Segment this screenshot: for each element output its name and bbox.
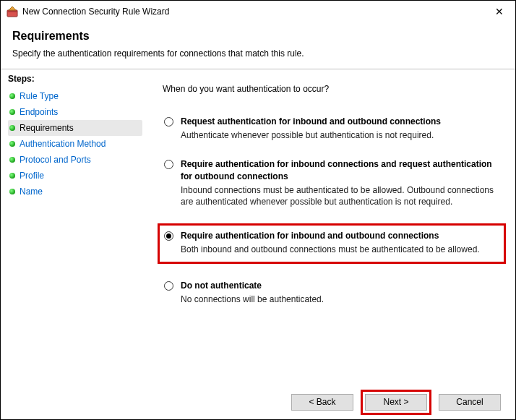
page-header: Requirements Specify the authentication …: [1, 22, 515, 67]
content-area: When do you want authentication to occur…: [142, 69, 515, 385]
step-label: Authentication Method: [20, 139, 106, 149]
step-endpoints[interactable]: Endpoints: [8, 104, 142, 120]
step-bullet-icon: [9, 189, 15, 194]
close-icon: ✕: [495, 6, 504, 17]
step-bullet-icon: [9, 93, 15, 99]
next-button[interactable]: Next >: [365, 394, 427, 411]
step-label: Protocol and Ports: [20, 155, 91, 165]
prompt-text: When do you want authentication to occur…: [163, 84, 501, 94]
step-bullet-icon: [9, 141, 15, 147]
window-title: New Connection Security Rule Wizard: [22, 7, 483, 17]
step-label: Endpoints: [20, 107, 58, 117]
step-authentication-method[interactable]: Authentication Method: [8, 136, 142, 152]
step-label: Requirements: [20, 123, 74, 133]
steps-panel: Steps: Rule Type Endpoints Requirements …: [1, 69, 142, 385]
option-desc: Both inbound and outbound connections mu…: [181, 244, 499, 255]
wizard-footer: < Back Next > Cancel: [1, 385, 515, 419]
step-bullet-icon: [9, 157, 15, 163]
step-profile[interactable]: Profile: [8, 168, 142, 184]
option-desc: No connections will be authenticated.: [181, 293, 499, 305]
option-title: Do not authenticate: [181, 280, 499, 291]
option-do-not-authenticate[interactable]: Do not authenticate No connections will …: [163, 278, 501, 307]
step-bullet-icon: [9, 125, 15, 131]
option-desc: Authenticate whenever possible but authe…: [181, 129, 499, 141]
option-require-inbound-request-outbound[interactable]: Require authentication for inbound conne…: [163, 157, 501, 209]
step-label: Rule Type: [20, 91, 59, 101]
cancel-button[interactable]: Cancel: [439, 394, 501, 411]
next-button-highlight: Next >: [361, 390, 431, 415]
option-desc: Inbound connections must be authenticate…: [181, 184, 499, 207]
step-bullet-icon: [9, 109, 15, 115]
title-bar: New Connection Security Rule Wizard ✕: [1, 1, 515, 22]
step-label: Name: [20, 187, 43, 197]
step-label: Profile: [20, 171, 44, 181]
step-rule-type[interactable]: Rule Type: [8, 88, 142, 104]
radio-icon[interactable]: [164, 231, 173, 241]
option-request-inbound-outbound[interactable]: Request authentication for inbound and o…: [163, 114, 501, 142]
option-title: Require authentication for inbound conne…: [181, 158, 499, 181]
step-name[interactable]: Name: [8, 184, 142, 200]
close-button[interactable]: ✕: [483, 1, 515, 22]
page-title: Requirements: [12, 30, 504, 43]
option-require-inbound-outbound[interactable]: Require authentication for inbound and o…: [158, 223, 506, 263]
step-bullet-icon: [9, 173, 15, 179]
page-subtitle: Specify the authentication requirements …: [12, 48, 504, 59]
wizard-icon: [7, 6, 18, 17]
step-requirements[interactable]: Requirements: [8, 120, 142, 136]
radio-icon[interactable]: [164, 281, 173, 291]
radio-icon[interactable]: [164, 117, 173, 127]
option-title: Request authentication for inbound and o…: [181, 116, 499, 127]
option-title: Require authentication for inbound and o…: [181, 230, 499, 241]
radio-icon[interactable]: [164, 160, 173, 169]
back-button[interactable]: < Back: [291, 394, 353, 411]
steps-heading: Steps:: [8, 74, 142, 84]
step-protocol-and-ports[interactable]: Protocol and Ports: [8, 152, 142, 168]
